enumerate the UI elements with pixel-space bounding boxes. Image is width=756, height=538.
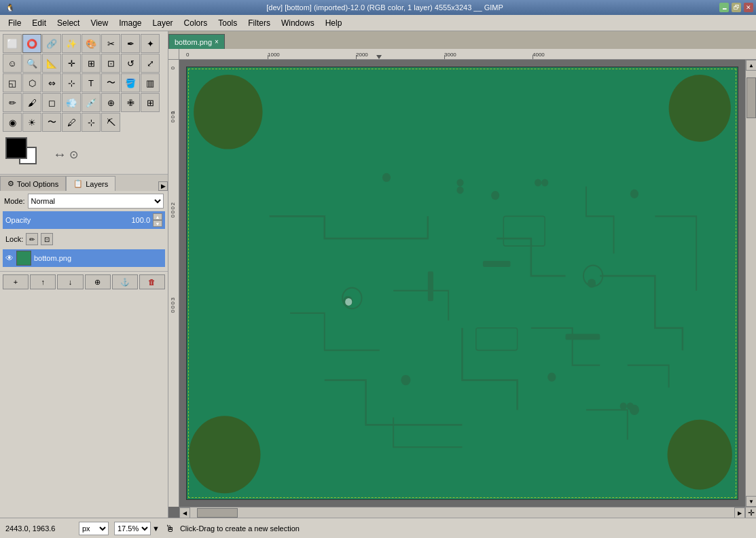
zoom-dropdown-icon: ▼ [152, 524, 160, 533]
rotate-tool[interactable]: ↺ [121, 54, 140, 73]
crop-tool[interactable]: ⊡ [101, 54, 120, 73]
delete-layer-button[interactable]: 🗑 [139, 274, 165, 289]
ellipse-select-tool[interactable]: ⭕ [22, 34, 41, 53]
eraser-tool[interactable]: ◻ [42, 93, 61, 112]
shear-tool[interactable]: ◱ [3, 73, 22, 92]
foreground-color-swatch[interactable] [5, 137, 27, 159]
scissors-tool[interactable]: ✂ [101, 34, 120, 53]
rect-select-tool[interactable]: ⬜ [3, 34, 22, 53]
color-select-tool[interactable]: 🎨 [82, 34, 101, 53]
zoom-tool[interactable]: 🔍 [22, 54, 41, 73]
fuzzy-select-tool[interactable]: ✨ [62, 34, 81, 53]
canvas-tab-bottom-png[interactable]: bottom.png × [168, 34, 225, 49]
svg-point-1 [194, 75, 262, 149]
align-tool[interactable]: ⊞ [82, 54, 101, 73]
scale-tool[interactable]: ⤢ [141, 54, 160, 73]
persp-clone-tool[interactable]: ⊞ [141, 93, 160, 112]
paths-tool[interactable]: ✒ [121, 34, 140, 53]
horizontal-scrollbar[interactable]: ◀ ▶ [179, 507, 745, 518]
opacity-down[interactable]: ▼ [153, 220, 162, 227]
ruler-corner [168, 49, 179, 60]
perspective-tool[interactable]: ⬡ [22, 73, 41, 92]
raise-layer-button[interactable]: ↑ [30, 274, 56, 289]
mode-select[interactable]: Normal Dissolve Multiply Screen Overlay [28, 194, 164, 209]
scroll-up-button[interactable]: ▲ [746, 60, 756, 71]
scroll-right-button[interactable]: ▶ [734, 507, 745, 518]
menu-help[interactable]: Help [320, 17, 348, 29]
menu-tools[interactable]: Tools [213, 17, 242, 29]
statusbar: 2443.0, 1963.6 px mm cm in 12.5% 17.5% 2… [0, 518, 756, 538]
operate-tool[interactable]: ⛏ [101, 113, 120, 132]
pencil-tool[interactable]: ✏ [3, 93, 22, 112]
titlebar: 🐧 [dev] [bottom] (imported)-12.0 (RGB co… [0, 0, 756, 15]
menu-view[interactable]: View [85, 17, 113, 29]
clone-tool[interactable]: ⊕ [101, 93, 120, 112]
svg-point-26 [627, 402, 634, 410]
vertical-scrollbar[interactable]: ▲ ▼ [745, 60, 756, 507]
paint-tool[interactable]: ✦ [141, 34, 160, 53]
anchor-layer-button[interactable]: ⚓ [112, 274, 138, 289]
navigate-icon[interactable]: ✛ [748, 508, 755, 518]
menu-colors[interactable]: Colors [179, 17, 213, 29]
menu-edit[interactable]: Edit [26, 17, 52, 29]
unit-selector[interactable]: px mm cm in [79, 522, 109, 535]
tool-options-tab[interactable]: ⚙ Tool Options [0, 176, 66, 191]
gradient-tool[interactable]: ▥ [141, 73, 160, 92]
svg-point-25 [620, 402, 627, 410]
dodge-burn-tool[interactable]: ☀ [22, 113, 41, 132]
measure-tool[interactable]: 📐 [42, 54, 61, 73]
ink-tool[interactable]: 🖊 [62, 113, 81, 132]
duplicate-layer-button[interactable]: ⊕ [85, 274, 111, 289]
svg-point-9 [401, 375, 410, 385]
lower-layer-button[interactable]: ↓ [57, 274, 83, 289]
menu-file[interactable]: File [3, 17, 26, 29]
scroll-down-button[interactable]: ▼ [746, 496, 756, 507]
menu-select[interactable]: Select [52, 17, 85, 29]
lock-alpha-button[interactable]: ⊡ [41, 233, 53, 245]
healing-tool[interactable]: ✙ [121, 93, 140, 112]
convolve-tool[interactable]: ◉ [3, 113, 22, 132]
hscroll-track[interactable] [190, 507, 734, 518]
mypaint-tool[interactable]: ⊹ [82, 113, 101, 132]
move-tool[interactable]: ✛ [62, 54, 81, 73]
expand-panel-button[interactable]: ▶ [158, 181, 168, 191]
zoom-select[interactable]: 12.5% 17.5% 25% 33% 50% 66% 100% [114, 522, 151, 535]
opacity-up[interactable]: ▲ [153, 213, 162, 220]
smudge-tool[interactable]: 〜 [42, 113, 61, 132]
menu-layer[interactable]: Layer [147, 17, 179, 29]
warp-tool[interactable]: 〜 [101, 73, 120, 92]
opacity-stepper[interactable]: ▲ ▼ [153, 213, 162, 227]
minimize-button[interactable]: 🗕 [719, 3, 729, 12]
vscroll-track[interactable] [746, 71, 756, 496]
new-layer-button[interactable]: + [3, 274, 29, 289]
free-select-tool[interactable]: 🔗 [42, 34, 61, 53]
canvas-tab-close-button[interactable]: × [215, 38, 219, 46]
scroll-corner: ✛ [745, 507, 756, 518]
svg-rect-17 [428, 271, 433, 301]
canvas-viewport[interactable] [179, 60, 745, 507]
scroll-left-button[interactable]: ◀ [179, 507, 190, 518]
layers-tab[interactable]: 📋 Layers [66, 176, 115, 191]
close-button[interactable]: ✕ [744, 3, 753, 12]
fg-select-tool[interactable]: ☺ [3, 54, 22, 73]
window-controls: 🗕 🗗 ✕ [719, 3, 753, 12]
svg-point-21 [456, 179, 463, 186]
vscroll-thumb[interactable] [746, 77, 756, 118]
cage-tool[interactable]: ⊹ [62, 73, 81, 92]
menu-filters[interactable]: Filters [242, 17, 276, 29]
maximize-button[interactable]: 🗗 [732, 3, 741, 12]
flip-tool[interactable]: ⇔ [42, 73, 61, 92]
color-picker-tool[interactable]: 💉 [82, 93, 101, 112]
text-tool[interactable]: T [82, 73, 101, 92]
lock-pixels-button[interactable]: ✏ [26, 233, 38, 245]
layer-item[interactable]: 👁 bottom.png [3, 249, 165, 267]
menu-windows[interactable]: Windows [276, 17, 320, 29]
bucket-fill-tool[interactable]: 🪣 [121, 73, 140, 92]
paintbrush-tool[interactable]: 🖌 [22, 93, 41, 112]
hscroll-thumb[interactable] [197, 508, 238, 518]
menu-image[interactable]: Image [113, 17, 147, 29]
mode-label: Mode: [4, 197, 25, 205]
pcb-circuit-graphic [187, 67, 738, 499]
airbrush-tool[interactable]: 💨 [62, 93, 81, 112]
layer-visibility-toggle[interactable]: 👁 [5, 253, 14, 263]
